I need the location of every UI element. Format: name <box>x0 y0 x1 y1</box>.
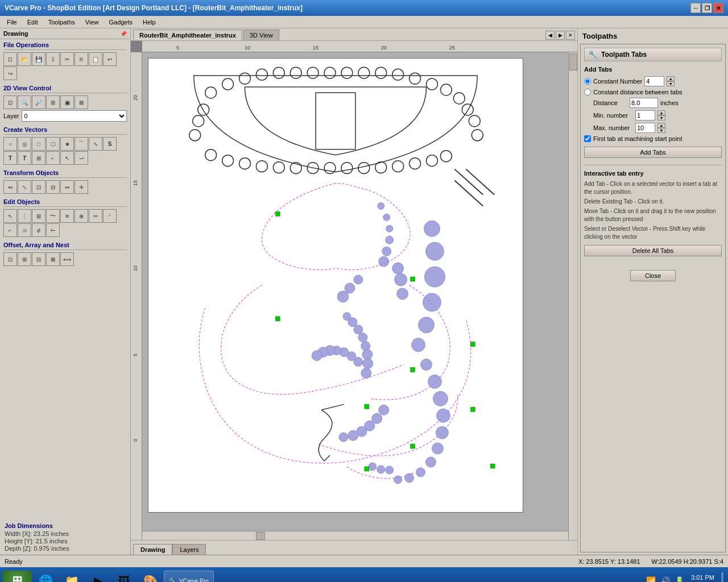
chamfer-button[interactable]: ⌐ <box>3 223 17 237</box>
copy-button[interactable]: ⎘ <box>75 52 88 66</box>
ungroup-button[interactable]: ⊟ <box>46 180 60 194</box>
tab-drawing[interactable]: RouterBit_Amphitheater_instrux <box>133 30 242 40</box>
draw-s-button[interactable]: S <box>103 137 117 151</box>
ie-icon[interactable]: 🌐 <box>33 571 58 582</box>
app4-icon[interactable]: 🖼 <box>111 571 136 582</box>
first-tab-checkbox[interactable] <box>584 135 591 142</box>
node-edit-button[interactable]: ⋮ <box>18 209 31 223</box>
drawing-board[interactable] <box>148 58 523 513</box>
draw-rect-button[interactable]: □ <box>32 137 46 151</box>
menu-gadgets[interactable]: Gadgets <box>104 18 137 27</box>
constant-number-value[interactable] <box>644 76 664 86</box>
minimize-button[interactable]: ─ <box>690 3 701 13</box>
spin-down[interactable]: ▼ <box>667 81 675 86</box>
min-spin-up[interactable]: ▲ <box>657 110 665 115</box>
vscroll-thumb[interactable] <box>569 53 577 70</box>
tab-drawing-bottom[interactable]: Drawing <box>133 544 172 555</box>
min-value[interactable] <box>635 110 655 120</box>
weld-button[interactable]: ⊕ <box>75 209 88 223</box>
view-all-button[interactable]: ⊠ <box>75 95 88 109</box>
active-app-button[interactable]: 🔧 VCarve Pro <box>164 571 214 582</box>
group-button[interactable]: ⊡ <box>32 180 46 194</box>
start-button[interactable]: ⊞ <box>2 571 32 582</box>
open-file-button[interactable]: 📂 <box>18 52 31 66</box>
menu-toolpaths[interactable]: Toolpaths <box>44 18 80 27</box>
redo-button[interactable]: ↪ <box>3 66 17 80</box>
save-file-button[interactable]: 💾 <box>32 52 46 66</box>
nest-button[interactable]: ⊟ <box>32 252 46 266</box>
nav-close-button[interactable]: ✕ <box>566 31 575 40</box>
hscroll-thumb[interactable] <box>256 532 265 540</box>
draw-text2-button[interactable]: T <box>18 151 31 165</box>
paste-button[interactable]: 📋 <box>89 52 102 66</box>
nav-right-button[interactable]: ▶ <box>556 31 565 40</box>
extend-button[interactable]: ⊢ <box>46 223 60 237</box>
max-value[interactable] <box>635 123 655 133</box>
app5-icon[interactable]: 🎨 <box>138 571 163 582</box>
vertical-scrollbar[interactable] <box>568 52 577 540</box>
draw-bezier-button[interactable]: ⤻ <box>75 151 88 165</box>
layer-select[interactable]: 0 <box>22 110 127 122</box>
horizontal-scrollbar[interactable] <box>142 531 568 540</box>
new-file-button[interactable]: 🗋 <box>3 52 17 66</box>
canvas-wrapper[interactable]: 5 10 15 20 25 20 15 10 5 0 <box>131 41 577 540</box>
resize-button[interactable]: ⤡ <box>18 180 31 194</box>
media-icon[interactable]: ▶ <box>85 571 110 582</box>
contour-button[interactable]: ⊞ <box>32 209 46 223</box>
spin-up[interactable]: ▲ <box>667 76 675 81</box>
smooth-button[interactable]: 〜 <box>46 209 60 223</box>
mirror2-button[interactable]: ⟺ <box>60 252 74 266</box>
import-button[interactable]: ⇩ <box>46 52 60 66</box>
draw-circle-button[interactable]: ○ <box>3 137 17 151</box>
array-button[interactable]: ⊞ <box>18 252 31 266</box>
offset-button[interactable]: ⊡ <box>3 252 17 266</box>
tab-3d[interactable]: 3D View <box>243 30 279 40</box>
draw-ellipse-button[interactable]: ◎ <box>18 137 31 151</box>
menu-view[interactable]: View <box>81 18 104 27</box>
draw-art-button[interactable]: ⊞ <box>32 151 46 165</box>
draw-cursor-button[interactable]: ↖ <box>60 151 74 165</box>
nav-left-button[interactable]: ◀ <box>545 31 555 40</box>
join-button[interactable]: ⊃ <box>18 223 31 237</box>
constant-number-radio[interactable] <box>584 78 591 85</box>
select-button[interactable]: ↖ <box>3 209 17 223</box>
panel-pin-icon[interactable]: 📌 <box>120 31 127 37</box>
canvas-content[interactable] <box>142 52 577 540</box>
draw-polygon-button[interactable]: ⬡ <box>46 137 60 151</box>
clock-display[interactable]: 3:01 PM 6/19/2015 <box>689 574 717 582</box>
menu-help[interactable]: Help <box>138 18 160 27</box>
break-button[interactable]: ⊄ <box>32 223 46 237</box>
mirror-button[interactable]: ⇔ <box>60 180 74 194</box>
zoom-selected-button[interactable]: ▣ <box>60 95 74 109</box>
undo-button[interactable]: ↩ <box>103 52 117 66</box>
fillet-button[interactable]: ◜ <box>103 209 117 223</box>
zoom-out-button[interactable]: 🔎 <box>32 95 46 109</box>
menu-file[interactable]: File <box>2 18 22 27</box>
constant-distance-radio[interactable] <box>584 89 591 95</box>
draw-arc-button[interactable]: ⌒ <box>75 137 88 151</box>
zoom-fit-button[interactable]: ⊡ <box>3 95 17 109</box>
draw-star-button[interactable]: ★ <box>60 137 74 151</box>
restore-button[interactable]: ❐ <box>702 3 712 13</box>
max-spin-up[interactable]: ▲ <box>657 123 665 128</box>
menu-edit[interactable]: Edit <box>23 18 43 27</box>
show-desktop-icon[interactable] <box>721 572 723 582</box>
close-button[interactable]: ✕ <box>713 3 723 13</box>
add-tabs-button[interactable]: Add Tabs <box>584 147 722 158</box>
close-button[interactable]: Close <box>630 270 676 281</box>
draw-curve-button[interactable]: ∿ <box>89 137 102 151</box>
tile-button[interactable]: ⊠ <box>46 252 60 266</box>
draw-arc2-button[interactable]: ⌐ <box>46 151 60 165</box>
delete-all-button[interactable]: Delete All Tabs <box>584 245 722 256</box>
cut-button[interactable]: ✂ <box>60 52 74 66</box>
move-button[interactable]: ⇔ <box>3 180 17 194</box>
zoom-box-button[interactable]: ⊞ <box>46 95 60 109</box>
zoom-in-button[interactable]: 🔍 <box>18 95 31 109</box>
draw-text-button[interactable]: T <box>3 151 17 165</box>
delete-button[interactable]: ✕ <box>60 209 74 223</box>
explorer-icon[interactable]: 📁 <box>59 571 84 582</box>
min-spin-down[interactable]: ▼ <box>657 115 665 120</box>
max-spin-down[interactable]: ▼ <box>657 128 665 133</box>
align-button[interactable]: ✛ <box>75 180 88 194</box>
tab-layers[interactable]: Layers <box>172 544 206 555</box>
